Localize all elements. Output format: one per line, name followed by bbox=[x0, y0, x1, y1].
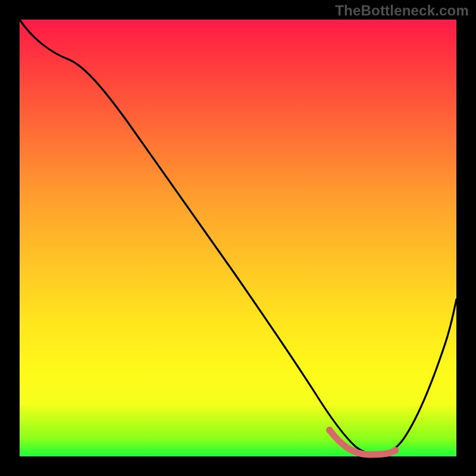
highlight-start-dot bbox=[326, 427, 333, 434]
bottleneck-curve bbox=[20, 20, 456, 455]
highlight-end-dot bbox=[392, 447, 399, 454]
chart-frame: TheBottleneck.com bbox=[0, 0, 476, 476]
watermark-text: TheBottleneck.com bbox=[335, 2, 469, 19]
optimal-range-highlight bbox=[330, 430, 395, 455]
plot-area bbox=[20, 20, 456, 456]
bottleneck-curve-svg bbox=[20, 20, 456, 456]
